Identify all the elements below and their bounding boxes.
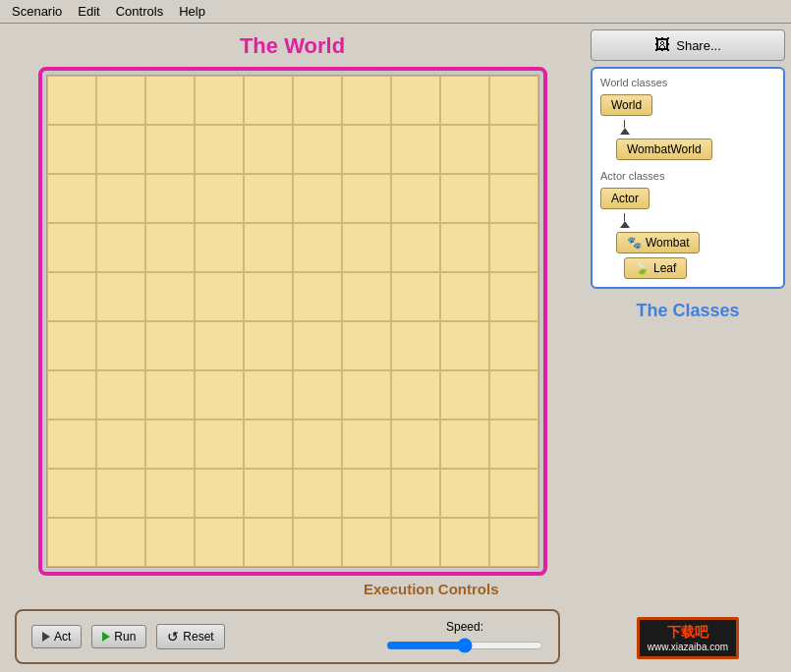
grid-cell bbox=[244, 223, 293, 272]
grid-cell bbox=[489, 272, 538, 321]
grid-cell bbox=[391, 370, 440, 420]
grid-cell bbox=[293, 125, 342, 174]
grid-cell bbox=[195, 518, 244, 567]
grid-cell bbox=[47, 223, 96, 272]
grid-cell bbox=[440, 76, 489, 125]
grid-cell bbox=[47, 174, 96, 223]
grid-cell bbox=[244, 370, 293, 420]
grid-cell bbox=[96, 174, 145, 223]
classes-title: The Classes bbox=[591, 301, 785, 321]
menubar: Scenario Edit Controls Help bbox=[0, 0, 791, 24]
grid-cell bbox=[244, 174, 293, 223]
grid-cell bbox=[293, 223, 342, 272]
grid-cell bbox=[391, 125, 440, 174]
grid-cell bbox=[47, 518, 96, 567]
leaf-indent: 🍃 Leaf bbox=[616, 257, 775, 279]
grid-cell bbox=[195, 223, 244, 272]
grid-cell bbox=[47, 420, 96, 469]
grid-cell bbox=[489, 321, 538, 370]
world-container bbox=[38, 67, 547, 576]
grid-cell bbox=[145, 223, 195, 272]
menu-help[interactable]: Help bbox=[171, 2, 213, 21]
grid-cell bbox=[440, 174, 489, 223]
grid-cell bbox=[391, 518, 440, 567]
watermark-site: 下载吧 bbox=[648, 624, 728, 642]
grid-cell bbox=[195, 272, 244, 321]
reset-button[interactable]: ↺ Reset bbox=[156, 624, 224, 649]
grid-cell bbox=[391, 223, 440, 272]
grid-cell bbox=[391, 420, 440, 469]
grid-cell bbox=[96, 420, 145, 469]
speed-slider[interactable] bbox=[386, 638, 543, 653]
grid-cell bbox=[440, 518, 489, 567]
run-button[interactable]: Run bbox=[91, 625, 146, 648]
speed-label: Speed: bbox=[446, 620, 483, 634]
grid-cell bbox=[244, 420, 293, 469]
grid-cell bbox=[440, 370, 489, 420]
actor-classes-section: Actor classes Actor 🐾 Wombat bbox=[600, 170, 775, 279]
grid-cell bbox=[96, 321, 145, 370]
grid-cell bbox=[96, 76, 145, 125]
grid-cell bbox=[293, 420, 342, 469]
wombat-world-class-button[interactable]: WombatWorld bbox=[616, 139, 712, 160]
grid-cell bbox=[342, 370, 391, 420]
right-panel: 🖼 Share... World classes World bbox=[585, 24, 791, 672]
world-class-label: World bbox=[611, 98, 642, 112]
grid-cell bbox=[47, 125, 96, 174]
grid-cell bbox=[342, 469, 391, 518]
world-class-node: World bbox=[600, 94, 775, 116]
grid-cell bbox=[440, 223, 489, 272]
wombat-world-class-label: WombatWorld bbox=[627, 142, 702, 156]
grid-cell bbox=[293, 370, 342, 420]
grid-cell bbox=[195, 420, 244, 469]
actor-class-button[interactable]: Actor bbox=[600, 188, 650, 209]
grid-cell bbox=[145, 125, 195, 174]
grid-cell bbox=[96, 469, 145, 518]
grid-cell bbox=[342, 174, 391, 223]
wombat-indent: 🐾 Wombat 🍃 Leaf bbox=[600, 232, 775, 279]
wombat-world-indent: WombatWorld bbox=[600, 139, 775, 160]
left-panel: The World bbox=[0, 24, 585, 672]
grid-cell bbox=[489, 469, 538, 518]
grid-cell bbox=[145, 370, 195, 420]
classes-panel: World classes World WombatWorld bbox=[591, 67, 785, 289]
grid-cell bbox=[244, 518, 293, 567]
grid-cell bbox=[391, 321, 440, 370]
actor-class-node: Actor bbox=[600, 188, 775, 209]
grid-cell bbox=[489, 76, 538, 125]
main-content: The World 🖼 Share... World classes World bbox=[0, 24, 791, 672]
actor-classes-label: Actor classes bbox=[600, 170, 775, 182]
grid-cell bbox=[440, 125, 489, 174]
wombat-class-button[interactable]: 🐾 Wombat bbox=[616, 232, 700, 253]
grid-cell bbox=[489, 125, 538, 174]
leaf-class-button[interactable]: 🍃 Leaf bbox=[624, 257, 687, 279]
share-button[interactable]: 🖼 Share... bbox=[591, 29, 785, 61]
grid-cell bbox=[342, 125, 391, 174]
grid-cell bbox=[145, 174, 195, 223]
grid-cell bbox=[342, 518, 391, 567]
grid-cell bbox=[293, 321, 342, 370]
menu-scenario[interactable]: Scenario bbox=[4, 2, 70, 21]
grid-cell bbox=[244, 125, 293, 174]
grid-cell bbox=[342, 223, 391, 272]
grid-cell bbox=[96, 125, 145, 174]
reset-label: Reset bbox=[183, 630, 213, 644]
leaf-class-label: Leaf bbox=[653, 261, 676, 275]
grid-cell bbox=[195, 321, 244, 370]
grid-cell bbox=[293, 469, 342, 518]
grid-cell bbox=[47, 321, 96, 370]
grid-cell bbox=[391, 174, 440, 223]
grid-cell bbox=[145, 420, 195, 469]
world-class-button[interactable]: World bbox=[600, 94, 652, 116]
grid-cell bbox=[293, 174, 342, 223]
menu-controls[interactable]: Controls bbox=[108, 2, 171, 21]
grid-cell bbox=[145, 321, 195, 370]
grid-cell bbox=[293, 76, 342, 125]
grid-cell bbox=[195, 370, 244, 420]
world-classes-label: World classes bbox=[600, 77, 775, 88]
grid-cell bbox=[293, 518, 342, 567]
grid-cell bbox=[195, 125, 244, 174]
act-button[interactable]: Act bbox=[31, 625, 82, 648]
grid-cell bbox=[342, 272, 391, 321]
menu-edit[interactable]: Edit bbox=[70, 2, 107, 21]
